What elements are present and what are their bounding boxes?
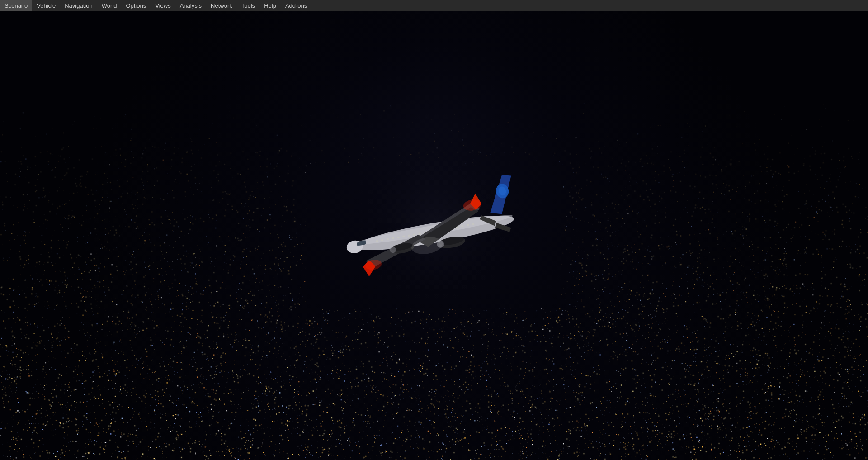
- menu-item-navigation[interactable]: Navigation: [60, 0, 97, 11]
- menu-item-analysis[interactable]: Analysis: [175, 0, 206, 11]
- menu-bar: ScenarioVehicleNavigationWorldOptionsVie…: [0, 0, 868, 11]
- menu-item-help[interactable]: Help: [259, 0, 281, 11]
- menu-item-world[interactable]: World: [97, 0, 122, 11]
- menu-item-addons[interactable]: Add-ons: [281, 0, 311, 11]
- menu-item-tools[interactable]: Tools: [237, 0, 259, 11]
- menu-item-views[interactable]: Views: [151, 0, 175, 11]
- menu-item-network[interactable]: Network: [206, 0, 237, 11]
- main-viewport: [0, 11, 868, 460]
- menu-item-vehicle[interactable]: Vehicle: [32, 0, 60, 11]
- menu-item-scenario[interactable]: Scenario: [0, 0, 32, 11]
- menu-item-options[interactable]: Options: [121, 0, 151, 11]
